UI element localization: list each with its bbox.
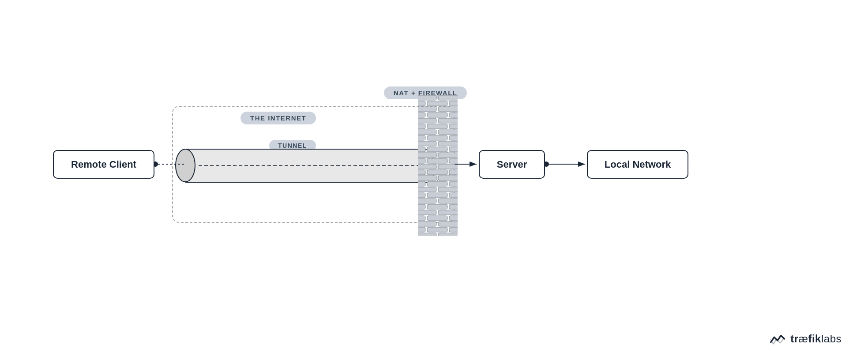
svg-point-2 <box>176 149 195 182</box>
svg-rect-10 <box>418 95 458 236</box>
firewall-bricks <box>416 95 460 236</box>
traefik-brand-name: træfiklabs <box>790 333 842 345</box>
internet-label: THE INTERNET <box>240 112 316 124</box>
diagram-container: THE INTERNET NAT + FIREWALL TUNNEL <box>0 0 868 364</box>
traefik-logo-icon <box>769 330 786 347</box>
local-network-box: Local Network <box>587 150 688 179</box>
remote-client-box: Remote Client <box>53 150 154 179</box>
traefik-logo: træfiklabs <box>769 330 842 347</box>
tunnel-cylinder <box>172 146 455 190</box>
server-box: Server <box>479 150 545 179</box>
